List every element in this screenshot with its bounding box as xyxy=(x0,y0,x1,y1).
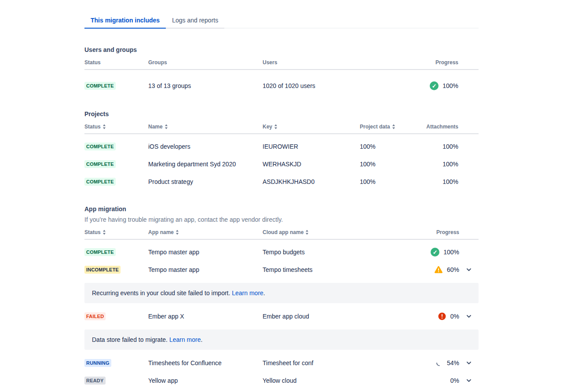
status-badge: COMPLETE xyxy=(84,160,116,168)
cell-status: COMPLETE xyxy=(84,160,148,168)
column-header-label: Cloud app name xyxy=(263,229,303,235)
column-header-status[interactable]: Status xyxy=(84,124,148,130)
sort-icon xyxy=(102,124,106,129)
users-groups-title: Users and groups xyxy=(84,46,479,53)
column-header-users: Users xyxy=(263,59,397,66)
progress-value: 0% xyxy=(450,313,459,320)
cell-status: INCOMPLETE xyxy=(84,266,148,274)
column-header-label: Name xyxy=(148,124,163,130)
status-badge: COMPLETE xyxy=(84,82,116,90)
table-row: COMPLETE iOS developers IEUROWIER 100% 1… xyxy=(84,138,479,155)
cell-progress: ✓ 100% xyxy=(393,248,459,256)
table-row: COMPLETE Product strategy ASDJKHKJHASD0 … xyxy=(84,173,479,191)
table-row: COMPLETE Marketing department Syd 2020 W… xyxy=(84,155,479,173)
cell-status: COMPLETE xyxy=(84,248,148,256)
cell-key: WERHASKJD xyxy=(263,161,360,168)
learn-more-link[interactable]: Learn more xyxy=(232,289,263,297)
cell-cloud-app-name: Ember app cloud xyxy=(263,313,393,320)
chevron-down-icon xyxy=(465,266,472,273)
expand-row-button[interactable] xyxy=(464,264,474,275)
users-groups-table-header: Status Groups Users Progress xyxy=(84,59,479,70)
row-detail-message: Recurring events in your cloud site fail… xyxy=(84,283,479,303)
app-migration-section: App migration If you’re having trouble m… xyxy=(84,205,479,389)
table-row: RUNNING Timesheets for Confluence Timesh… xyxy=(84,354,479,372)
cell-progress: 0% xyxy=(393,312,459,321)
table-row: COMPLETE Tempo master app Tempo budgets … xyxy=(84,243,479,261)
column-header-label: Project data xyxy=(360,124,390,130)
cell-project-data: 100% xyxy=(360,143,425,150)
cell-project-data: 100% xyxy=(360,178,425,185)
chevron-down-icon xyxy=(465,377,472,384)
column-header-progress: Progress xyxy=(397,59,479,66)
tab-this-migration-includes[interactable]: This migration includes xyxy=(84,13,166,29)
error-icon xyxy=(438,312,446,321)
cell-attachments: 100% xyxy=(425,143,479,150)
projects-table-header: Status Name Key Project data Attachments xyxy=(84,124,479,134)
migration-details-page: This migration includes Logs and reports… xyxy=(84,0,479,389)
cell-app-name: Tempo master app xyxy=(148,249,263,256)
cell-attachments: 100% xyxy=(425,161,479,168)
column-header-label: Progress xyxy=(435,59,458,66)
tab-bar-divider xyxy=(224,13,479,29)
cell-status: COMPLETE xyxy=(84,178,148,186)
warning-icon xyxy=(434,265,443,274)
column-header-label: Attachments xyxy=(426,124,458,130)
cell-name: iOS developers xyxy=(148,143,263,150)
cell-expand xyxy=(459,264,479,275)
expand-row-button[interactable] xyxy=(464,311,474,322)
column-header-status[interactable]: Status xyxy=(84,229,148,235)
cell-app-name: Timesheets for Confluence xyxy=(148,359,263,366)
column-header-app-name[interactable]: App name xyxy=(148,229,263,235)
cell-progress: 60% xyxy=(393,265,459,274)
cell-expand xyxy=(459,311,479,322)
sort-icon xyxy=(305,230,309,235)
cell-status: FAILED xyxy=(84,312,148,320)
sort-icon xyxy=(274,124,278,129)
column-header-name[interactable]: Name xyxy=(148,124,263,130)
app-migration-subtitle: If you’re having trouble migrating an ap… xyxy=(84,216,479,223)
cell-progress: 54% xyxy=(393,359,459,366)
cell-status: COMPLETE xyxy=(84,82,148,90)
apps-table-header: Status App name Cloud app name Progress xyxy=(84,229,479,240)
chevron-down-icon xyxy=(465,313,472,320)
progress-value: 0% xyxy=(450,377,459,384)
cell-cloud-app-name: Timesheet for conf xyxy=(263,359,393,366)
cell-cloud-app-name: Yellow cloud xyxy=(263,377,393,384)
column-header-progress: Progress xyxy=(393,229,459,235)
status-badge: INCOMPLETE xyxy=(84,266,121,274)
app-migration-title: App migration xyxy=(84,205,479,212)
table-row: FAILED Ember app X Ember app cloud 0% xyxy=(84,308,479,325)
projects-table-body: COMPLETE iOS developers IEUROWIER 100% 1… xyxy=(84,138,479,191)
learn-more-link[interactable]: Learn more xyxy=(169,336,201,343)
projects-title: Projects xyxy=(84,110,479,117)
success-check-icon: ✓ xyxy=(430,81,439,90)
message-suffix: . xyxy=(201,336,202,343)
column-header-project-data[interactable]: Project data xyxy=(360,124,425,130)
progress-value: 100% xyxy=(442,82,458,89)
cell-groups: 13 of 13 groups xyxy=(148,82,263,89)
column-header-groups: Groups xyxy=(148,59,263,66)
cell-project-data: 100% xyxy=(360,161,425,168)
cell-name: Marketing department Syd 2020 xyxy=(148,161,263,168)
column-header-cloud-app-name[interactable]: Cloud app name xyxy=(263,229,393,235)
table-row: READY Yellow app Yellow cloud 0% xyxy=(84,372,479,389)
column-header-key[interactable]: Key xyxy=(263,124,360,130)
cell-expand xyxy=(459,358,479,368)
expand-row-button[interactable] xyxy=(464,375,474,386)
status-badge: READY xyxy=(84,377,106,385)
cell-app-name: Ember app X xyxy=(148,313,263,320)
expand-row-button[interactable] xyxy=(464,358,474,368)
cell-key: ASDJKHKJHASD0 xyxy=(263,178,360,185)
column-header-label: Groups xyxy=(148,59,167,66)
cell-progress: 0% xyxy=(393,377,459,384)
users-groups-section: Users and groups Status Groups Users Pro… xyxy=(84,46,479,98)
column-header-label: Status xyxy=(84,229,101,235)
success-check-icon: ✓ xyxy=(431,248,439,256)
sort-icon xyxy=(175,230,179,235)
status-badge: COMPLETE xyxy=(84,143,116,150)
cell-app-name: Yellow app xyxy=(148,377,263,384)
column-header-label: Progress xyxy=(436,229,459,235)
message-text: Data store failed to migrate. xyxy=(92,336,168,343)
tab-logs-and-reports[interactable]: Logs and reports xyxy=(166,13,224,29)
cell-name: Product strategy xyxy=(148,178,263,185)
